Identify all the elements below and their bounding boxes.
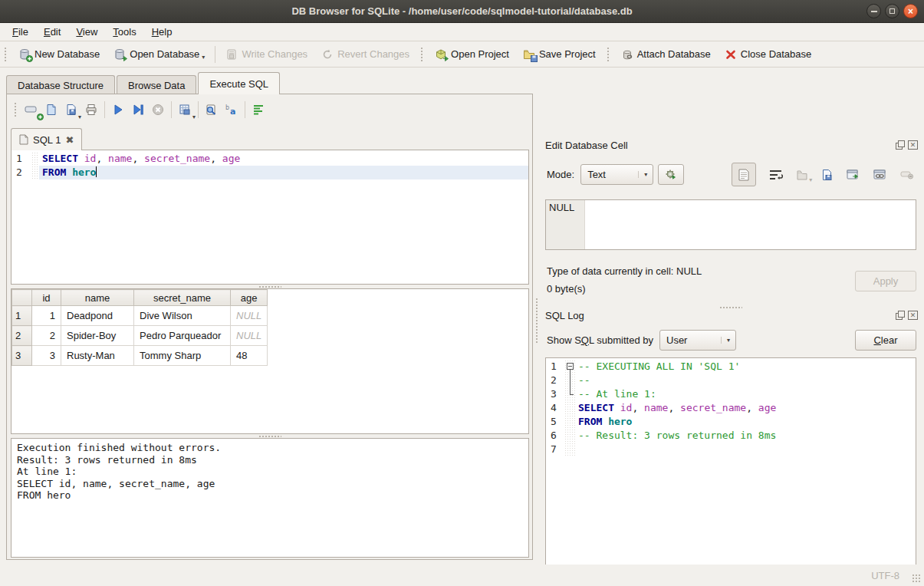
sql-doc-tab-bar: SQL 1 ✖	[11, 128, 82, 150]
close-database-icon	[725, 48, 737, 61]
column-header-id[interactable]: id	[32, 290, 61, 306]
export-cell-data-icon[interactable]	[821, 169, 834, 181]
corner-header-cell[interactable]	[12, 290, 32, 306]
column-header-age[interactable]: age	[231, 290, 268, 306]
toolbar-grip[interactable]	[420, 47, 424, 62]
open-in-external-icon[interactable]	[847, 169, 860, 181]
menu-help[interactable]: Help	[144, 24, 180, 40]
toolbar-grip[interactable]	[4, 47, 8, 62]
new-database-button[interactable]: New Database	[12, 45, 107, 64]
resize-grip[interactable]	[912, 574, 922, 584]
cell-value-text: NULL	[546, 200, 585, 249]
chevron-down-icon: ▾	[638, 171, 653, 178]
fold-collapse-icon[interactable]	[567, 363, 574, 370]
word-wrap-icon[interactable]	[769, 169, 783, 181]
right-dock: Edit Database Cell ✕ Mode: Text ▾	[541, 135, 924, 586]
results-header-row: id name secret_name age	[12, 290, 268, 306]
panel-splitter[interactable]	[535, 298, 539, 344]
write-changes-icon	[225, 48, 238, 61]
close-database-button[interactable]: Close Database	[718, 45, 819, 64]
menu-bar: File Edit View Tools Help	[0, 23, 924, 41]
attach-database-button[interactable]: Attach Database	[614, 45, 718, 64]
revert-changes-button[interactable]: Revert Changes	[314, 45, 416, 64]
main-tab-bar: Database Structure Browse Data Execute S…	[6, 74, 281, 94]
execute-sql-button[interactable]	[108, 100, 128, 119]
cell-edit-toolbar: ▾	[732, 163, 924, 186]
format-sql-button[interactable]	[248, 100, 268, 119]
encoding-indicator[interactable]: UTF-8	[871, 570, 899, 581]
open-sql-file-button[interactable]	[41, 100, 61, 119]
sql-toolbar: ▾ ▾ ba	[10, 99, 268, 120]
attach-database-icon	[621, 48, 633, 61]
results-table: id name secret_name age 1 1 Deadpond Div…	[12, 289, 268, 366]
sql-file-icon	[19, 134, 28, 145]
column-header-name[interactable]: name	[61, 290, 134, 306]
maximize-button[interactable]	[885, 4, 899, 18]
stop-execution-button[interactable]	[148, 100, 168, 119]
main-toolbar: New Database Open Database ▾ Write Chang…	[0, 41, 924, 67]
mode-label: Mode:	[547, 169, 574, 180]
print-sql-button[interactable]	[81, 100, 101, 119]
close-icon: ×	[908, 6, 913, 15]
write-changes-button[interactable]: Write Changes	[219, 45, 314, 64]
minimize-button[interactable]	[866, 4, 881, 18]
table-row: 2 2 Spider-Boy Pedro Parqueador NULL	[12, 326, 268, 346]
title-bar: DB Browser for SQLite - /home/user/code/…	[0, 0, 924, 23]
close-panel-icon[interactable]: ✕	[908, 311, 918, 320]
execute-current-line-button[interactable]	[128, 100, 148, 119]
execute-sql-panel: ▾ ▾ ba	[6, 94, 533, 560]
mode-select[interactable]: Text ▾	[580, 164, 653, 185]
sql-toolbar-grip[interactable]	[14, 102, 18, 117]
close-button[interactable]: ×	[903, 4, 918, 18]
copy-link-icon[interactable]	[873, 169, 887, 181]
svg-text:a: a	[230, 107, 235, 116]
sql1-tab-close-icon[interactable]: ✖	[65, 134, 74, 146]
close-panel-icon[interactable]: ✕	[908, 140, 918, 150]
toolbar-grip[interactable]	[607, 47, 610, 62]
window-title: DB Browser for SQLite - /home/user/code/…	[291, 5, 632, 17]
column-header-secret-name[interactable]: secret_name	[134, 290, 231, 306]
open-project-button[interactable]: Open Project	[428, 45, 516, 64]
menu-tools[interactable]: Tools	[105, 24, 143, 40]
cell-value-editor[interactable]: NULL	[545, 199, 916, 250]
edit-cell-title: Edit Database Cell	[545, 140, 892, 151]
clear-log-button[interactable]: Clear	[855, 330, 916, 351]
toolbar-separator	[215, 46, 215, 63]
maximize-icon	[889, 8, 895, 14]
sql-editor[interactable]: 1 SELECT id, name, secret_name, age 2 FR…	[11, 150, 529, 285]
open-database-dropdown-icon[interactable]: ▾	[202, 54, 205, 61]
save-sql-file-button[interactable]: ▾	[61, 100, 81, 119]
find-button[interactable]	[202, 100, 222, 119]
new-sql-tab-button[interactable]	[21, 100, 41, 119]
float-panel-icon[interactable]	[895, 140, 905, 150]
sql1-tab[interactable]: SQL 1 ✖	[11, 128, 82, 150]
tab-database-structure[interactable]: Database Structure	[6, 75, 115, 94]
import-cell-data-icon[interactable]: ▾	[796, 169, 808, 181]
find-replace-button[interactable]: ba	[222, 100, 242, 119]
cell-type-info: Type of data currently in cell: NULL	[547, 265, 702, 277]
text-cursor	[96, 166, 97, 177]
save-project-button[interactable]: Save Project	[516, 45, 603, 64]
float-panel-icon[interactable]	[895, 311, 905, 320]
set-null-icon[interactable]	[900, 170, 914, 180]
execution-message-box[interactable]: Execution finished without errors. Resul…	[11, 438, 529, 558]
menu-view[interactable]: View	[68, 24, 105, 40]
save-results-dropdown-icon[interactable]: ▾	[192, 114, 196, 120]
text-mode-button[interactable]	[732, 163, 756, 186]
open-database-button[interactable]: Open Database ▾	[107, 45, 212, 64]
sql-toolbar-separator	[245, 101, 245, 118]
menu-edit[interactable]: Edit	[36, 24, 68, 40]
editor-line-current: 2 FROM hero	[12, 166, 528, 179]
save-results-button[interactable]: ▾	[175, 100, 195, 119]
apply-button[interactable]: Apply	[855, 271, 916, 291]
cell-size-info: 0 byte(s)	[547, 283, 586, 295]
status-bar: UTF-8	[0, 565, 924, 586]
sql-log-editor[interactable]: 1 -- EXECUTING ALL IN 'SQL 1' 2 -- 3 -- …	[545, 357, 916, 586]
tab-browse-data[interactable]: Browse Data	[117, 75, 196, 94]
tab-execute-sql[interactable]: Execute SQL	[198, 72, 280, 94]
submitted-by-select[interactable]: User ▾	[659, 330, 736, 351]
menu-file[interactable]: File	[5, 24, 36, 40]
auto-apply-button[interactable]	[658, 164, 684, 185]
sql1-tab-label: SQL 1	[33, 134, 61, 146]
svg-text:b: b	[225, 104, 229, 111]
